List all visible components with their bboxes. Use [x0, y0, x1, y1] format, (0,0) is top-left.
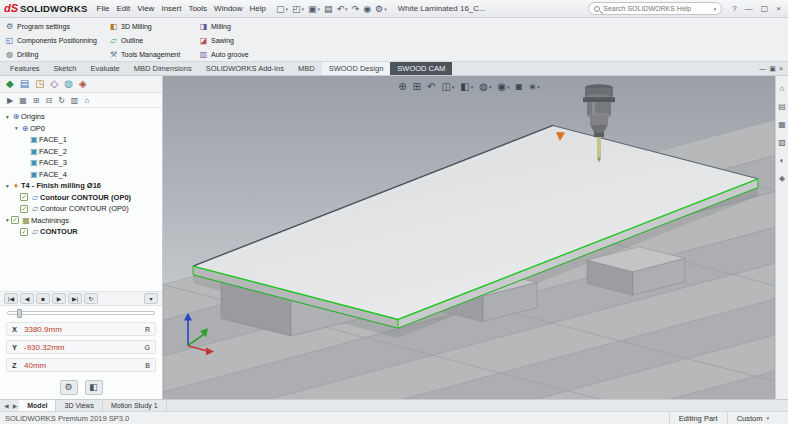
menu-view[interactable]: View: [134, 4, 157, 13]
menu-insert[interactable]: Insert: [158, 4, 184, 13]
tree-item-contour-machining[interactable]: ✓ ▱ CONTOUR: [2, 226, 162, 238]
help-search-box[interactable]: ▾: [588, 2, 722, 15]
menu-tools[interactable]: Tools: [185, 4, 210, 13]
command-milling[interactable]: ◨Milling: [199, 20, 275, 33]
tab-swood-cam[interactable]: SWOOD CAM: [390, 62, 452, 75]
command-auto-groove[interactable]: ▥Auto groove: [199, 48, 275, 61]
machine-view-icon[interactable]: ▥: [71, 96, 79, 105]
appearances-scenes-icon[interactable]: ◐: [780, 157, 785, 165]
display-manager-tab-icon[interactable]: ◍: [64, 79, 73, 89]
tab-mbd[interactable]: MBD: [291, 62, 322, 75]
tree-item-face4[interactable]: ▣ FACE_4: [2, 169, 162, 181]
tab-model[interactable]: Model: [19, 400, 56, 411]
refresh-icon[interactable]: ↻: [58, 96, 65, 105]
open-file-button[interactable]: ◰▾: [290, 4, 306, 14]
minimize-button[interactable]: —: [742, 4, 756, 13]
tab-evaluate[interactable]: Evaluate: [84, 62, 127, 75]
command-tools-management[interactable]: ⚒Tools Management: [109, 48, 199, 61]
expand-arrow-icon[interactable]: ▾: [4, 217, 11, 223]
tab-sketch[interactable]: Sketch: [47, 62, 84, 75]
redo-button[interactable]: ↷: [350, 4, 362, 14]
view-orientation-button[interactable]: ◧▾: [460, 81, 473, 92]
view-palette-icon[interactable]: ▧: [778, 139, 786, 147]
menu-help[interactable]: Help: [247, 4, 269, 13]
undo-button[interactable]: ↶▾: [335, 4, 350, 14]
tab-features[interactable]: Features: [3, 62, 47, 75]
expand-arrow-icon[interactable]: ▾: [4, 114, 11, 120]
checkbox-checked[interactable]: ✓: [20, 205, 28, 213]
go-to-end-button[interactable]: ▶|: [68, 293, 82, 304]
doc-close-icon[interactable]: ×: [779, 65, 783, 72]
print-button[interactable]: ▤: [322, 4, 335, 14]
tab-scroll-left-icon[interactable]: ◀: [2, 400, 11, 411]
property-manager-tab-icon[interactable]: ▤: [20, 79, 29, 89]
tree-item-contour-1[interactable]: ✓ ▱ Contour CONTOUR (OP0): [2, 192, 162, 204]
add-operation-icon[interactable]: ⊞: [33, 96, 40, 105]
previous-view-button[interactable]: ↶: [427, 81, 435, 92]
tab-solidworks-add-ins[interactable]: SOLIDWORKS Add-Ins: [199, 62, 291, 75]
checkbox-checked[interactable]: ✓: [20, 228, 28, 236]
units-selector[interactable]: Custom▾: [727, 412, 778, 424]
checkbox-checked[interactable]: ✓: [11, 216, 19, 224]
doc-restore-icon[interactable]: ▣: [769, 65, 776, 73]
solidworks-resources-icon[interactable]: ⌂: [780, 85, 785, 93]
file-explorer-icon[interactable]: ▦: [778, 121, 786, 129]
command-components-positionning[interactable]: ◱Components Positionning: [5, 34, 109, 47]
custom-properties-icon[interactable]: ◈: [779, 175, 785, 183]
menu-window[interactable]: Window: [211, 4, 245, 13]
dimxpert-manager-tab-icon[interactable]: ◇: [51, 79, 59, 89]
simulation-slider-thumb[interactable]: [17, 309, 22, 318]
stock-view-icon[interactable]: ▦: [19, 96, 27, 105]
menu-file[interactable]: File: [94, 4, 113, 13]
tree-item-origins[interactable]: ▾ ⊕ Origins: [2, 111, 162, 123]
stop-button[interactable]: ■: [36, 293, 50, 304]
viewport-3d-scene[interactable]: [163, 76, 775, 399]
maximize-button[interactable]: ▢: [758, 4, 772, 13]
rebuild-button[interactable]: ◉: [361, 4, 373, 14]
tab-3d-views[interactable]: 3D Views: [56, 400, 102, 411]
zoom-fit-button[interactable]: ⊕: [398, 81, 406, 92]
go-to-start-button[interactable]: |◀: [4, 293, 18, 304]
doc-minimize-icon[interactable]: —: [759, 65, 766, 72]
remove-operation-icon[interactable]: ⊟: [45, 96, 52, 105]
search-input[interactable]: [603, 5, 710, 12]
tab-mbd-dimensions[interactable]: MBD Dimensions: [127, 62, 199, 75]
command-program-settings[interactable]: ⚙Program settings: [5, 20, 109, 33]
design-library-icon[interactable]: ▤: [778, 103, 786, 111]
collision-check-button[interactable]: ◧: [85, 380, 103, 395]
simulation-slider-track[interactable]: [7, 311, 155, 315]
new-file-button[interactable]: ▢▾: [274, 4, 290, 14]
tree-item-machinings[interactable]: ▾ ✓ ▦ Machinings: [2, 215, 162, 227]
display-style-button[interactable]: ◍▾: [479, 81, 491, 92]
help-button[interactable]: ?: [729, 4, 739, 13]
edit-appearance-button[interactable]: ◙: [516, 81, 522, 92]
chevron-down-icon[interactable]: ▾: [714, 6, 717, 12]
command-outline[interactable]: ▱Outline: [109, 34, 199, 47]
tab-scroll-right-icon[interactable]: ▶: [11, 400, 20, 411]
expand-arrow-icon[interactable]: ▾: [4, 183, 11, 189]
swood-cam-manager-tab-icon[interactable]: ◈: [79, 79, 87, 89]
options-button[interactable]: ⚙▾: [373, 4, 389, 14]
tree-item-face1[interactable]: ▣ FACE_1: [2, 134, 162, 146]
section-view-button[interactable]: ◫▾: [441, 81, 454, 92]
close-button[interactable]: ×: [773, 4, 784, 13]
tab-swood-design[interactable]: SWOOD Design: [322, 62, 391, 75]
tree-item-face3[interactable]: ▣ FACE_3: [2, 157, 162, 169]
run-simulation-icon[interactable]: ▶: [7, 96, 13, 105]
expand-arrow-icon[interactable]: ▾: [13, 125, 20, 131]
zoom-area-button[interactable]: ⊞: [413, 81, 421, 92]
step-back-button[interactable]: ◀: [20, 293, 34, 304]
menu-edit[interactable]: Edit: [113, 4, 133, 13]
configuration-manager-tab-icon[interactable]: ◳: [35, 79, 44, 89]
hide-show-items-button[interactable]: ◉▾: [498, 81, 510, 92]
play-button[interactable]: ▶: [52, 293, 66, 304]
feature-manager-tab-icon[interactable]: ◆: [6, 79, 14, 89]
checkbox-checked[interactable]: ✓: [20, 193, 28, 201]
tab-motion-study-1[interactable]: Motion Study 1: [103, 400, 167, 411]
loop-button[interactable]: ↻: [84, 293, 98, 304]
command-sawing[interactable]: ◪Sawing: [199, 34, 275, 47]
simulation-settings-button[interactable]: ⚙: [60, 380, 78, 395]
graphics-viewport[interactable]: ⊕ ⊞ ↶ ◫▾ ◧▾ ◍▾ ◉▾ ◙ ∗▾: [163, 76, 775, 399]
save-button[interactable]: ▣▾: [306, 4, 322, 14]
tree-item-op0[interactable]: ▾ ⊕ OP0: [2, 123, 162, 135]
